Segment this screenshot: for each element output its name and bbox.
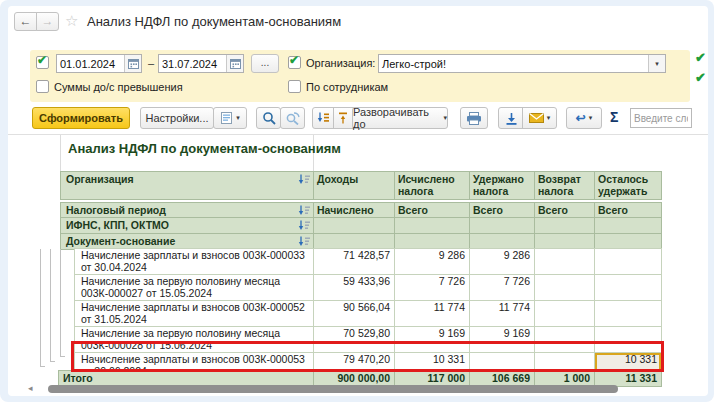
header-subcell[interactable]: [595, 218, 662, 234]
remaining-cell[interactable]: [595, 249, 662, 275]
filter-panel: ✔ 01.01.2024 – 31.07.2024 ... ✔ Организа…: [30, 50, 690, 102]
doc-cell[interactable]: Начисление за первую половину месяца 003…: [75, 275, 314, 301]
period-more-button[interactable]: ...: [251, 54, 279, 73]
header-cell[interactable]: Исчислено налога: [395, 172, 470, 200]
sums-threshold-checkbox[interactable]: [36, 80, 49, 93]
group-label: Налоговый период: [66, 204, 166, 216]
group-outline-bracket[interactable]: [40, 249, 45, 367]
header-cell-tax-period[interactable]: Налоговый период: [61, 203, 314, 218]
header-cell-organization[interactable]: Организация: [61, 172, 314, 200]
withheld-cell[interactable]: 7 726: [470, 275, 535, 301]
header-subcell[interactable]: Начислено: [314, 203, 395, 218]
favorite-star-icon[interactable]: ☆: [65, 12, 78, 30]
income-cell[interactable]: 71 428,57: [314, 249, 395, 275]
save-button[interactable]: [498, 107, 524, 129]
returned-cell[interactable]: [535, 249, 595, 275]
header-cell[interactable]: Возврат налога: [535, 172, 595, 200]
remaining-cell[interactable]: [595, 301, 662, 327]
sort-icon[interactable]: [298, 174, 310, 185]
organization-label: Организация:: [306, 57, 375, 69]
check-icon: ✔: [289, 53, 299, 67]
header-subcell[interactable]: [470, 218, 535, 234]
income-cell[interactable]: 59 433,96: [314, 275, 395, 301]
header-subcell[interactable]: Всего: [535, 203, 595, 218]
forward-button[interactable]: →: [36, 12, 59, 31]
sort-icon[interactable]: [298, 220, 310, 231]
calculated-cell[interactable]: 9 169: [395, 327, 470, 353]
group-label: ИФНС, КПП, ОКТМО: [66, 219, 169, 231]
returned-cell[interactable]: [535, 301, 595, 327]
search-cancel-button[interactable]: [280, 107, 305, 129]
remaining-cell[interactable]: [595, 327, 662, 353]
withheld-cell[interactable]: 11 774: [470, 301, 535, 327]
header-cell[interactable]: Осталось удержать: [595, 172, 662, 200]
returned-cell[interactable]: [535, 327, 595, 353]
scroll-left-arrow-icon[interactable]: ◂: [28, 383, 33, 393]
print-button[interactable]: [460, 107, 488, 129]
doc-cell[interactable]: Начисление зарплаты и взносов 003К-00003…: [75, 249, 314, 275]
period-checkbox[interactable]: ✔: [36, 56, 49, 69]
sort-icon[interactable]: [298, 205, 310, 216]
generate-button[interactable]: Сформировать: [32, 107, 130, 129]
chevron-down-icon: ▾: [236, 114, 240, 122]
withheld-cell[interactable]: 9 169: [470, 327, 535, 353]
period-to-field[interactable]: 31.07.2024: [158, 54, 244, 73]
organization-value: Легко-строй!: [379, 58, 648, 70]
group-label: Организация: [66, 173, 134, 185]
calendar-icon: [128, 58, 139, 69]
income-cell[interactable]: 70 529,80: [314, 327, 395, 353]
chevron-down-icon: ▾: [443, 114, 447, 122]
header-cell[interactable]: Удержано налога: [470, 172, 535, 200]
header-subcell[interactable]: [314, 218, 395, 234]
remaining-cell[interactable]: [595, 275, 662, 301]
report-variants-button[interactable]: ▾: [213, 107, 247, 129]
collapse-groups-icon: [317, 112, 330, 124]
send-email-button[interactable]: ▾: [522, 107, 557, 129]
history-button[interactable]: ↩ ▾: [566, 107, 602, 129]
organization-combobox[interactable]: Легко-строй! ▾: [378, 54, 666, 73]
sort-icon[interactable]: [298, 236, 310, 247]
header-subcell[interactable]: Всего: [595, 203, 662, 218]
horizontal-scrollbar-thumb[interactable]: [48, 385, 618, 393]
search-button[interactable]: [256, 107, 281, 129]
screenshot-frame: ← → ☆ Анализ НДФЛ по документам-основани…: [0, 0, 714, 402]
check-icon: ✔: [37, 53, 47, 67]
header-subcell[interactable]: [395, 218, 470, 234]
group-outline-bracket[interactable]: [60, 249, 65, 357]
collapse-groups-button[interactable]: [312, 107, 335, 129]
side-checkmark-icon[interactable]: ✔: [695, 50, 706, 65]
undo-arrow-icon: ↩: [576, 111, 586, 125]
doc-cell[interactable]: Начисление зарплаты и взносов 003К-00005…: [75, 301, 314, 327]
income-cell[interactable]: 90 566,04: [314, 301, 395, 327]
organization-dropdown-button[interactable]: ▾: [648, 55, 665, 72]
withheld-cell[interactable]: 9 286: [470, 249, 535, 275]
group-outline-bracket[interactable]: [50, 249, 55, 362]
calculated-cell[interactable]: 11 774: [395, 301, 470, 327]
header-subcell[interactable]: [535, 218, 595, 234]
calculated-cell[interactable]: 7 726: [395, 275, 470, 301]
calendar-icon: [230, 58, 241, 69]
calendar-button[interactable]: [124, 55, 141, 72]
header-cell-ifns[interactable]: ИФНС, КПП, ОКТМО: [61, 218, 314, 234]
header-subcell[interactable]: Всего: [395, 203, 470, 218]
period-from-field[interactable]: 01.01.2024: [56, 54, 142, 73]
calendar-button[interactable]: [226, 55, 243, 72]
sum-sigma-button[interactable]: Σ: [610, 109, 618, 125]
app-window: ← → ☆ Анализ НДФЛ по документам-основани…: [8, 6, 708, 396]
expand-to-button[interactable]: Разворачивать до ▾: [352, 107, 448, 129]
back-button[interactable]: ←: [14, 12, 37, 31]
header-subcell[interactable]: Всего: [470, 203, 535, 218]
settings-label: Настройки...: [145, 112, 208, 124]
side-checkmark-icon[interactable]: ✔: [695, 70, 706, 85]
header-cell[interactable]: Доходы: [314, 172, 395, 200]
organization-checkbox[interactable]: ✔: [288, 56, 301, 69]
envelope-icon: [529, 113, 544, 123]
doc-cell[interactable]: Начисление за первую половину месяца 003…: [75, 327, 314, 353]
returned-cell[interactable]: [535, 275, 595, 301]
group-label: Документ-основание: [66, 235, 175, 247]
report-header-groups: Налоговый период Начислено Всего Всего В…: [60, 202, 662, 250]
settings-button[interactable]: Настройки...: [140, 107, 214, 129]
by-employees-checkbox[interactable]: [288, 80, 301, 93]
calculated-cell[interactable]: 9 286: [395, 249, 470, 275]
search-input[interactable]: [630, 108, 692, 128]
